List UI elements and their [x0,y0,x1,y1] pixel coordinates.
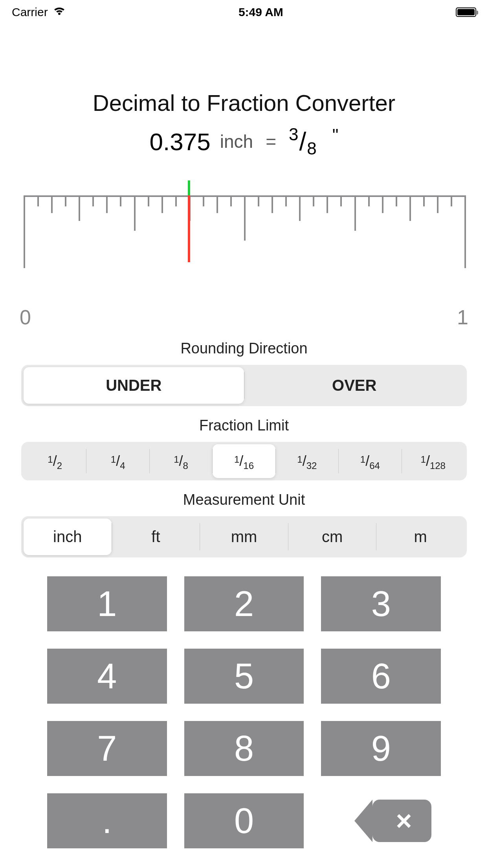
keypad: 123456789.0× [47,576,441,848]
ruler-tick [216,195,218,213]
ruler-tick [368,195,370,206]
ruler-tick [423,195,425,206]
ruler-tick [65,195,66,206]
ruler-tick [134,195,136,231]
ruler-tick [327,195,328,213]
fraction-option-1-2[interactable]: 1/2 [24,444,86,478]
ruler-tick [437,195,438,213]
battery-icon [456,7,476,17]
key-9[interactable]: 9 [321,721,441,776]
fraction-limit-segment: 1/21/41/81/161/321/641/128 [21,442,467,480]
inch-symbol: " [332,125,339,145]
ruler-tick [120,195,121,206]
key-6[interactable]: 6 [321,649,441,704]
key-5[interactable]: 5 [184,649,304,704]
key-backspace[interactable]: × [321,793,441,848]
rounding-option-over[interactable]: OVER [244,367,465,404]
fraction-option-1-4[interactable]: 1/4 [86,444,149,478]
key-1[interactable]: 1 [47,576,167,631]
unit-option-m[interactable]: m [376,519,464,555]
unit-option-inch[interactable]: inch [24,519,112,555]
fraction-limit-label: Fraction Limit [0,417,488,434]
ruler-tick [51,195,53,213]
rounding-segment: UNDEROVER [21,365,467,406]
rounding-option-under[interactable]: UNDER [24,367,244,404]
ruler-tick [203,195,204,206]
ruler-tick [382,195,383,213]
rounding-label: Rounding Direction [0,340,488,357]
key-8[interactable]: 8 [184,721,304,776]
unit-option-ft[interactable]: ft [112,519,200,555]
ruler-tick [396,195,397,206]
indicator-green [188,180,190,195]
backspace-icon: × [372,800,431,842]
page-title: Decimal to Fraction Converter [0,90,488,116]
equals-sign: = [266,131,276,152]
fraction-option-1-32[interactable]: 1/32 [276,444,338,478]
status-left: Carrier [12,6,66,19]
unit-label: Measurement Unit [0,491,488,508]
ruler-tick [37,195,39,206]
decimal-value: 0.375 [150,128,211,156]
ruler[interactable] [0,195,488,286]
ruler-tick [161,195,163,213]
carrier-label: Carrier [12,6,48,19]
unit-segment: inchftmmcmm [21,516,467,557]
ruler-tick [92,195,94,206]
status-bar: Carrier 5:49 AM [0,0,488,19]
fraction-numerator: 3 [289,125,298,144]
ruler-tick [451,195,452,206]
fraction-denominator: 8 [307,139,316,158]
unit-option-cm[interactable]: cm [288,519,376,555]
decimal-unit: inch [220,131,253,152]
indicator-red [188,195,190,262]
key-decimal[interactable]: . [47,793,167,848]
ruler-tick [106,195,108,213]
ruler-label-end: 1 [457,305,468,329]
ruler-tick [148,195,149,206]
ruler-tick [272,195,273,213]
ruler-tick [285,195,287,206]
wifi-icon [53,6,66,19]
fraction-result: 3 / 8 [289,127,317,156]
ruler-tick [464,195,466,268]
fraction-option-1-128[interactable]: 1/128 [402,444,464,478]
equation-display: 0.375 inch = 3 / 8 " [0,127,488,156]
status-time: 5:49 AM [238,6,283,19]
key-3[interactable]: 3 [321,576,441,631]
fraction-option-1-8[interactable]: 1/8 [150,444,212,478]
fraction-option-1-64[interactable]: 1/64 [339,444,401,478]
fraction-slash: / [299,127,306,156]
fraction-option-1-16[interactable]: 1/16 [213,444,275,478]
key-4[interactable]: 4 [47,649,167,704]
status-right [456,7,476,17]
ruler-tick [244,195,246,241]
ruler-tick [354,195,356,231]
unit-option-mm[interactable]: mm [200,519,288,555]
ruler-tick [230,195,232,206]
key-0[interactable]: 0 [184,793,304,848]
ruler-tick [313,195,314,206]
ruler-label-start: 0 [20,305,31,329]
key-2[interactable]: 2 [184,576,304,631]
ruler-labels: 0 1 [20,305,468,329]
ruler-tick [409,195,411,221]
ruler-tick [299,195,301,221]
ruler-tick [340,195,342,206]
ruler-tick [175,195,177,206]
ruler-tick [24,195,25,268]
ruler-tick [79,195,80,221]
key-7[interactable]: 7 [47,721,167,776]
ruler-tick [258,195,259,206]
